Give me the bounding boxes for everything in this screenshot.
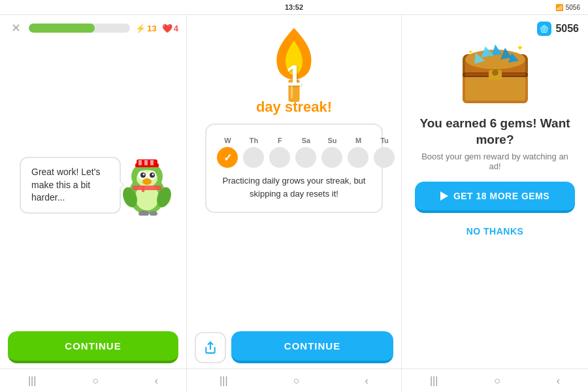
panel1-continue-button[interactable]: CONTINUE <box>8 331 178 363</box>
svg-rect-15 <box>150 160 154 165</box>
streak-count: 13 <box>147 24 156 33</box>
svg-rect-13 <box>139 160 142 165</box>
panel1-content: Great work! Let's make this a bit harder… <box>0 41 186 325</box>
nav-back-icon3[interactable]: ‹ <box>557 375 560 387</box>
day-m: M <box>348 137 368 168</box>
day-label-th: Th <box>250 137 258 144</box>
svg-point-10 <box>142 178 152 185</box>
svg-point-35 <box>492 69 498 76</box>
get-gems-label: GET 18 MORE GEMS <box>453 191 549 201</box>
day-sa: Sa <box>295 137 316 168</box>
treasure-chest: ✦ ✦ <box>456 41 534 106</box>
panel2-content: 1 day streak! W ✓ Th F <box>187 15 401 326</box>
svg-point-9 <box>152 174 154 176</box>
speech-text: Great work! Let's make this a bit harder… <box>31 167 100 203</box>
panel2-footer: CONTINUE <box>187 326 401 368</box>
character-area: Great work! Let's make this a bit harder… <box>13 157 173 216</box>
panel-gems: 5056 <box>402 15 588 392</box>
day-label-m: M <box>355 137 361 144</box>
svg-rect-20 <box>133 186 161 190</box>
day-label-tu: Tu <box>380 137 389 144</box>
svg-text:✦: ✦ <box>468 48 473 56</box>
flame-container: 1 <box>261 24 327 102</box>
heart-count: 4 <box>174 24 178 33</box>
check-icon: ✓ <box>223 152 232 164</box>
nav-lines-icon2: ||| <box>220 375 227 387</box>
panel3-nav-bar: ||| ○ ‹ <box>402 368 588 392</box>
progress-bar-fill <box>29 24 95 33</box>
day-tu: Tu <box>374 137 395 168</box>
streak-badge: ⚡ 13 <box>135 24 156 33</box>
day-label-su: Su <box>327 137 336 144</box>
gem-count-top: 5056 <box>555 23 579 35</box>
panels-container: ✕ ⚡ 13 ❤️ 4 Great work! Let's make this … <box>0 14 588 392</box>
panel-streak: 1 day streak! W ✓ Th F <box>187 15 402 392</box>
day-circle-su <box>321 147 342 168</box>
status-time: 13:52 <box>285 3 303 11</box>
nav-circle-icon3[interactable]: ○ <box>494 375 500 387</box>
panel1-nav-bar: ||| ○ ‹ <box>0 368 186 392</box>
day-label-f: F <box>278 137 282 144</box>
day-th: Th <box>243 137 264 168</box>
svg-rect-14 <box>144 160 148 165</box>
lightning-icon: ⚡ <box>135 24 146 33</box>
get-gems-button[interactable]: GET 18 MORE GEMS <box>415 182 575 213</box>
close-button[interactable]: ✕ <box>8 20 24 36</box>
day-circle-m <box>348 147 368 168</box>
gem-badge-top: 5056 <box>537 22 579 36</box>
no-thanks-button[interactable]: NO THANKS <box>463 222 528 240</box>
progress-bar-container <box>29 24 130 33</box>
nav-lines-icon3: ||| <box>430 375 438 387</box>
svg-text:✦: ✦ <box>516 42 524 53</box>
nav-circle-icon[interactable]: ○ <box>92 375 99 387</box>
streak-info-text: Practicing daily grows your streak, but … <box>217 174 370 200</box>
svg-rect-21 <box>142 186 144 192</box>
panel2-nav-bar: ||| ○ ‹ <box>187 368 401 392</box>
gems-title: You earned 6 gems! Want more? <box>415 116 575 148</box>
speech-bubble: Great work! Let's make this a bit harder… <box>20 157 121 214</box>
day-circle-f <box>269 147 290 168</box>
day-circle-sa <box>295 147 316 168</box>
panel1-footer: CONTINUE <box>0 325 186 368</box>
day-circle-w: ✓ <box>217 147 238 168</box>
heart-icon: ❤️ <box>162 24 172 33</box>
nav-circle-icon2[interactable]: ○ <box>293 375 300 387</box>
duo-character <box>121 157 173 216</box>
week-row: W ✓ Th F Sa <box>217 137 370 168</box>
nav-lines-icon: ||| <box>28 375 36 387</box>
streak-number: 1 <box>286 59 302 92</box>
panel2-continue-button[interactable]: CONTINUE <box>231 331 393 363</box>
status-right: 📶 5056 <box>555 4 580 11</box>
day-label-sa: Sa <box>302 137 310 144</box>
nav-back-icon[interactable]: ‹ <box>155 375 158 387</box>
share-button[interactable] <box>195 332 226 363</box>
nav-back-icon2[interactable]: ‹ <box>365 375 368 387</box>
panel1-header: ✕ ⚡ 13 ❤️ 4 <box>0 15 186 41</box>
day-w: W ✓ <box>217 137 238 168</box>
gem-count-status: 5056 <box>566 4 580 11</box>
svg-point-8 <box>143 174 145 176</box>
gems-subtitle: Boost your gem reward by watching an ad! <box>415 152 575 171</box>
heart-badge: ❤️ 4 <box>162 24 178 33</box>
gems-content: ✦ ✦ You earned 6 gems! Want more? Boost … <box>402 15 588 368</box>
day-f: F <box>269 137 290 168</box>
day-label-w: W <box>224 137 231 144</box>
play-icon <box>440 191 448 201</box>
gem-icon-top <box>537 22 551 36</box>
day-circle-tu <box>374 147 395 168</box>
day-su: Su <box>321 137 342 168</box>
status-bar: 13:52 📶 5056 <box>0 0 588 14</box>
day-circle-th <box>243 147 264 168</box>
streak-info-box: W ✓ Th F Sa <box>205 123 382 213</box>
signal-icon: 📶 <box>555 4 563 11</box>
panel-character: ✕ ⚡ 13 ❤️ 4 Great work! Let's make this … <box>0 15 187 392</box>
